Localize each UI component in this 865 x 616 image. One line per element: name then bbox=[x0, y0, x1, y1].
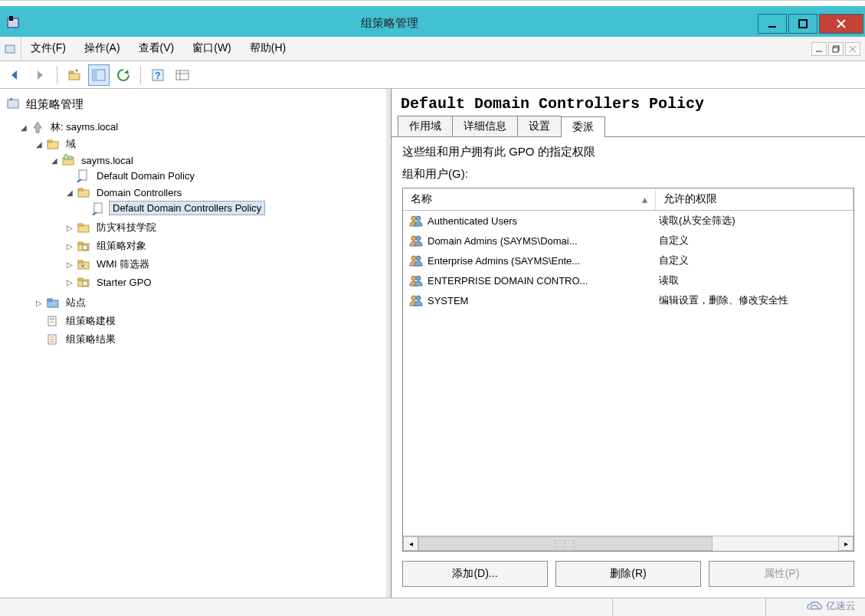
tree-domains[interactable]: ◢ 域 ◢ sayms.local ▸ bbox=[34, 135, 383, 293]
expander-closed-icon[interactable]: ▷ bbox=[34, 297, 44, 308]
menu-help[interactable]: 帮助(H) bbox=[241, 37, 295, 61]
grid-rows: Authenticated Users读取(从安全筛选)Domain Admin… bbox=[403, 211, 854, 536]
starter-gpo-icon bbox=[77, 275, 90, 289]
svg-point-52 bbox=[411, 216, 416, 221]
mdi-close[interactable] bbox=[845, 42, 860, 56]
svg-rect-25 bbox=[64, 155, 67, 159]
tree-modeling[interactable]: ▸ 组策略建模 bbox=[34, 312, 383, 330]
minimize-button[interactable] bbox=[758, 14, 787, 34]
row-permission: 自定义 bbox=[656, 254, 854, 267]
svg-rect-19 bbox=[8, 100, 18, 108]
horizontal-scrollbar[interactable]: ◂ ⋮⋮⋮ ▸ bbox=[403, 536, 854, 551]
tree: ◢ 林: sayms.local ◢ 域 ◢ sa bbox=[3, 118, 383, 350]
svg-rect-50 bbox=[50, 339, 54, 340]
svg-rect-37 bbox=[83, 245, 87, 250]
menu-action[interactable]: 操作(A) bbox=[75, 37, 129, 61]
svg-rect-34 bbox=[78, 224, 83, 226]
selected-node: Default Domain Controllers Policy bbox=[109, 201, 265, 215]
up-button[interactable] bbox=[64, 64, 85, 86]
svg-rect-42 bbox=[83, 281, 87, 286]
expander-open-icon[interactable]: ◢ bbox=[18, 122, 29, 133]
svg-point-60 bbox=[411, 296, 416, 300]
menu-file[interactable]: 文件(F) bbox=[21, 37, 75, 61]
tree-forest[interactable]: ◢ 林: sayms.local ◢ 域 ◢ sa bbox=[18, 118, 383, 350]
tree-sites[interactable]: ▷ 站点 bbox=[34, 293, 383, 312]
svg-rect-16 bbox=[176, 70, 188, 80]
tree-starter-gpo[interactable]: ▷ Starter GPO bbox=[64, 274, 383, 290]
svg-rect-41 bbox=[78, 278, 83, 280]
tree-root[interactable]: 组策略管理 bbox=[3, 93, 383, 118]
remove-button[interactable]: 删除(R) bbox=[555, 561, 701, 587]
svg-rect-3 bbox=[799, 20, 807, 28]
row-permission: 自定义 bbox=[656, 234, 854, 247]
tree-domain[interactable]: ◢ sayms.local ▸ Default Domain Policy bbox=[49, 152, 383, 292]
expander-open-icon[interactable]: ◢ bbox=[49, 155, 60, 165]
svg-rect-1 bbox=[10, 17, 12, 20]
extra-button[interactable] bbox=[172, 64, 193, 86]
tab-delegation[interactable]: 委派 bbox=[561, 116, 605, 137]
close-button[interactable] bbox=[819, 14, 863, 34]
expander-closed-icon[interactable]: ▷ bbox=[64, 241, 75, 251]
tab-scope[interactable]: 作用域 bbox=[398, 116, 453, 136]
tree-default-domain-policy[interactable]: ▸ Default Domain Policy bbox=[64, 167, 383, 184]
column-name[interactable]: 名称 ▴ bbox=[403, 188, 656, 210]
menu-view[interactable]: 查看(V) bbox=[129, 37, 184, 61]
svg-point-58 bbox=[411, 276, 416, 280]
svg-rect-9 bbox=[833, 48, 838, 52]
mdi-restore[interactable] bbox=[828, 42, 844, 56]
tree-ddc-policy[interactable]: ▸ Default Domain Controllers Policy bbox=[80, 199, 383, 217]
main-area: 组策略管理 ◢ 林: sayms.local ◢ 域 bbox=[0, 89, 865, 598]
table-row[interactable]: Authenticated Users读取(从安全筛选) bbox=[403, 211, 854, 231]
show-hide-tree-button[interactable] bbox=[88, 64, 110, 86]
svg-point-61 bbox=[416, 296, 421, 300]
svg-point-57 bbox=[416, 256, 421, 260]
add-button[interactable]: 添加(D)... bbox=[402, 561, 548, 587]
scroll-track[interactable]: ⋮⋮⋮ bbox=[418, 536, 838, 551]
tree-gpo-objects[interactable]: ▷ 组策略对象 bbox=[64, 237, 383, 255]
menu-window[interactable]: 窗口(W) bbox=[183, 37, 241, 61]
delegation-panel: 这些组和用户拥有此 GPO 的指定权限 组和用户(G): 名称 ▴ 允许的权限 … bbox=[392, 137, 865, 598]
expander-open-icon[interactable]: ◢ bbox=[64, 187, 75, 198]
mdi-minimize[interactable] bbox=[811, 42, 827, 56]
expander-closed-icon[interactable]: ▷ bbox=[64, 277, 75, 287]
back-button[interactable] bbox=[5, 64, 26, 86]
expander-open-icon[interactable]: ◢ bbox=[34, 139, 44, 149]
table-row[interactable]: SYSTEM编辑设置，删除、修改安全性 bbox=[403, 290, 854, 310]
expander-closed-icon[interactable]: ▷ bbox=[64, 222, 75, 233]
tree-root-label: 组策略管理 bbox=[26, 97, 84, 112]
help-button[interactable]: ? bbox=[147, 64, 169, 86]
svg-rect-44 bbox=[48, 299, 52, 301]
row-name: Enterprise Admins (SAYMS\Ente... bbox=[428, 255, 580, 267]
results-icon bbox=[46, 333, 60, 346]
table-row[interactable]: ENTERPRISE DOMAIN CONTRO...读取 bbox=[403, 270, 854, 290]
scroll-thumb[interactable]: ⋮⋮⋮ bbox=[418, 536, 713, 551]
maximize-button[interactable] bbox=[788, 14, 817, 34]
svg-rect-30 bbox=[78, 188, 83, 191]
tree-wmi[interactable]: ▷ WMI 筛选器 bbox=[64, 255, 383, 274]
table-row[interactable]: Domain Admins (SAYMS\Domai...自定义 bbox=[403, 231, 854, 251]
svg-rect-20 bbox=[10, 98, 12, 100]
scroll-left-icon[interactable]: ◂ bbox=[403, 536, 418, 551]
mdi-system-icon[interactable] bbox=[0, 37, 21, 61]
tab-settings[interactable]: 设置 bbox=[517, 116, 562, 136]
scroll-right-icon[interactable]: ▸ bbox=[838, 536, 854, 551]
titlebar: 组策略管理 bbox=[0, 6, 865, 37]
tab-details[interactable]: 详细信息 bbox=[452, 116, 518, 136]
forward-button[interactable] bbox=[29, 64, 51, 86]
window-title: 组策略管理 bbox=[21, 16, 758, 31]
row-permission: 读取(从安全筛选) bbox=[656, 214, 854, 228]
svg-rect-49 bbox=[50, 336, 54, 338]
column-permission[interactable]: 允许的权限 bbox=[656, 188, 854, 210]
tree-results[interactable]: ▸ 组策略结果 bbox=[34, 330, 383, 349]
svg-rect-51 bbox=[50, 341, 54, 342]
refresh-button[interactable] bbox=[113, 64, 134, 86]
tree-ou1[interactable]: ▷ 防灾科技学院 bbox=[64, 218, 383, 237]
properties-button[interactable]: 属性(P) bbox=[709, 561, 854, 587]
svg-rect-26 bbox=[69, 156, 72, 159]
domains-icon bbox=[46, 137, 60, 151]
statusbar bbox=[0, 598, 865, 616]
tree-domain-controllers[interactable]: ◢ Domain Controllers ▸ Defau bbox=[64, 184, 383, 218]
table-row[interactable]: Enterprise Admins (SAYMS\Ente...自定义 bbox=[403, 251, 854, 270]
sort-arrow-icon: ▴ bbox=[642, 193, 647, 205]
expander-closed-icon[interactable]: ▷ bbox=[64, 259, 75, 270]
